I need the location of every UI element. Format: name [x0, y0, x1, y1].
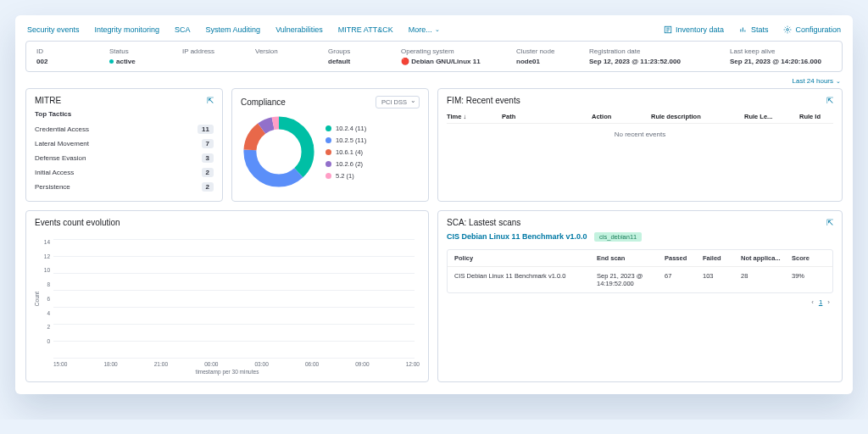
inventory-icon [664, 25, 672, 34]
time-range-selector[interactable]: Last 24 hours ⌄ [793, 77, 841, 85]
node-value: node01 [516, 58, 567, 65]
sca-card: SCA: Lastest scans⇱ CIS Debian Linux 11 … [437, 210, 843, 382]
pager-prev[interactable]: ‹ [811, 298, 814, 306]
mitre-open-icon[interactable]: ⇱ [207, 96, 214, 105]
os-value: 🔴 Debian GNU/Linux 11 [401, 58, 494, 65]
events-chart[interactable]: Count 14121086420 [35, 232, 420, 359]
tab-system-auditing[interactable]: System Auditing [206, 25, 261, 34]
pager-next[interactable]: › [827, 298, 830, 306]
status-label: Status [109, 47, 160, 55]
compliance-legend: 10.2.4 (11) 10.2.5 (11) 10.6.1 (4) 10.2.… [326, 125, 366, 180]
version-label: Version [255, 47, 306, 55]
pager-page[interactable]: 1 [819, 298, 822, 306]
groups-value: default [328, 58, 379, 65]
svg-point-1 [787, 29, 789, 31]
ip-label: IP address [182, 47, 233, 55]
x-axis-label: timestamp per 30 minutes [35, 369, 420, 375]
stats-link[interactable]: Stats [739, 25, 769, 34]
pager: ‹ 1 › [447, 293, 833, 306]
os-label: Operating system [401, 47, 494, 55]
compliance-card: CompliancePCI DSS 10.2.4 (11) 10.2.5 (11… [231, 88, 429, 202]
gear-icon [783, 25, 792, 34]
fim-card: FIM: Recent events⇱ Time ↓ Path Action R… [437, 88, 843, 202]
events-title: Events count evolution [35, 218, 120, 227]
debian-icon: 🔴 [401, 58, 411, 65]
tactic-row[interactable]: Defense Evasion3 [35, 151, 214, 165]
node-label: Cluster node [516, 47, 567, 55]
col-policy[interactable]: Policy [454, 254, 597, 262]
tab-vulnerabilities[interactable]: Vulnerabilities [275, 25, 323, 34]
tactic-row[interactable]: Persistence2 [35, 180, 214, 194]
legend-item[interactable]: 10.2.4 (11) [326, 125, 366, 132]
table-row[interactable]: CIS Debian Linux 11 Benchmark v1.0.0 Sep… [448, 267, 832, 292]
agent-info-bar: ID002 Statusactive IP address Version Gr… [25, 41, 843, 72]
keep-label: Last keep alive [730, 47, 849, 55]
tactic-row[interactable]: Credential Access11 [35, 122, 214, 136]
col-passed[interactable]: Passed [665, 254, 703, 262]
sca-open-icon[interactable]: ⇱ [826, 218, 833, 227]
stats-icon [739, 25, 748, 34]
fim-table-header: Time ↓ Path Action Rule description Rule… [447, 110, 833, 124]
col-path[interactable]: Path [502, 113, 575, 120]
compliance-title: Compliance [241, 97, 286, 107]
id-label: ID [36, 47, 87, 55]
id-value: 002 [36, 58, 87, 65]
tab-mitre-attck[interactable]: MITRE ATT&CK [338, 25, 393, 34]
sca-benchmark-link[interactable]: CIS Debian Linux 11 Benchmark v1.0.0 [447, 232, 587, 241]
tab-integrity-monitoring[interactable]: Integrity monitoring [95, 25, 160, 34]
sca-badge: cis_debian11 [594, 232, 642, 242]
col-failed[interactable]: Failed [703, 254, 741, 262]
mitre-title: MITRE [35, 96, 61, 105]
tactic-row[interactable]: Initial Access2 [35, 165, 214, 180]
tab-security-events[interactable]: Security events [27, 25, 80, 34]
x-axis: 15:0018:0021:0000:0003:0006:0009:0012:00 [35, 359, 420, 367]
legend-item[interactable]: 10.2.5 (11) [326, 136, 366, 144]
sort-desc-icon: ↓ [463, 113, 466, 120]
chevron-down-icon: ⌄ [435, 26, 440, 33]
events-card: Events count evolution Count 14121086420… [25, 210, 429, 382]
sca-table: Policy End scan Passed Failed Not applic… [447, 249, 833, 293]
legend-item[interactable]: 5.2 (1) [326, 172, 366, 180]
sca-title: SCA: Lastest scans [447, 218, 520, 227]
legend-item[interactable]: 10.2.6 (2) [326, 160, 366, 168]
col-desc[interactable]: Rule description [651, 113, 727, 120]
configuration-link[interactable]: Configuration [783, 25, 841, 34]
y-axis: 14121086420 [38, 239, 50, 344]
tab-sca[interactable]: SCA [175, 25, 191, 34]
col-na[interactable]: Not applica... [741, 254, 792, 262]
mitre-subtitle: Top Tactics [35, 110, 214, 118]
groups-label: Groups [328, 47, 379, 55]
fim-empty-message: No recent events [447, 124, 833, 145]
compliance-selector[interactable]: PCI DSS [376, 96, 420, 108]
legend-item[interactable]: 10.6.1 (4) [326, 148, 366, 156]
chevron-down-icon: ⌄ [836, 78, 841, 85]
status-dot-icon [109, 59, 114, 64]
col-action[interactable]: Action [592, 113, 634, 120]
reg-value: Sep 12, 2023 @ 11:23:52.000 [589, 58, 708, 65]
fim-title: FIM: Recent events [447, 96, 520, 105]
tab-bar: Security events Integrity monitoring SCA… [25, 24, 843, 41]
col-time[interactable]: Time ↓ [447, 113, 485, 120]
col-endscan[interactable]: End scan [597, 254, 665, 262]
col-level[interactable]: Rule Le... [744, 113, 782, 120]
inventory-data-link[interactable]: Inventory data [664, 25, 724, 34]
col-score[interactable]: Score [792, 254, 826, 262]
compliance-donut-chart [241, 114, 317, 190]
tactic-row[interactable]: Lateral Movement7 [35, 136, 214, 151]
app-frame: Security events Integrity monitoring SCA… [15, 15, 853, 394]
col-ruleid[interactable]: Rule Id [799, 113, 833, 120]
reg-label: Registration date [589, 47, 708, 55]
tab-more[interactable]: More...⌄ [409, 25, 440, 34]
fim-open-icon[interactable]: ⇱ [826, 96, 833, 105]
mitre-card: MITRE⇱ Top Tactics Credential Access11 L… [25, 88, 223, 202]
status-value: active [109, 58, 160, 65]
keep-value: Sep 21, 2023 @ 14:20:16.000 [730, 58, 849, 65]
